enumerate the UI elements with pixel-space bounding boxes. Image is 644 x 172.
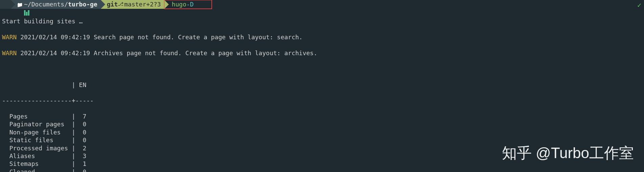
watermark-text: 知乎 @Turbo工作室 — [502, 143, 634, 163]
folder-icon — [17, 0, 24, 8]
warn-label: WARN — [2, 34, 17, 41]
table-header: | EN — [2, 81, 642, 89]
git-label: git — [107, 0, 118, 8]
warn-timestamp: 2021/02/14 09:42:19 — [20, 49, 90, 57]
warn-message: Archives page not found. Create a page w… — [94, 49, 317, 57]
table-separator: -------------------+----- — [2, 96, 642, 104]
os-logo-segment — [0, 0, 11, 9]
svg-rect-2 — [28, 10, 30, 16]
git-segment: git ⎇ master +2 ?3 — [101, 0, 164, 9]
table-row: Cleaned | 0 — [2, 168, 642, 172]
output-warn-2: WARN 2021/02/14 09:42:19 Archives page n… — [2, 49, 642, 57]
blank-line — [2, 65, 642, 73]
warn-label: WARN — [2, 49, 17, 57]
git-ahead: +2 — [146, 0, 154, 8]
path-dir: turbo-ge — [68, 0, 97, 8]
prompt-line-1: ~/Documents/turbo-ge git ⎇ master +2 ?3 … — [0, 0, 644, 9]
warn-timestamp: 2021/02/14 09:42:19 — [20, 34, 90, 41]
command-segment[interactable]: hugo -D — [164, 0, 212, 9]
command-flag: -D — [186, 0, 194, 8]
manjaro-icon — [2, 2, 7, 7]
git-branch: master — [124, 0, 146, 8]
watermark: 知 知乎 @Turbo工作室 — [502, 143, 634, 163]
output-warn-1: WARN 2021/02/14 09:42:19 Search page not… — [2, 33, 642, 41]
warn-message: Search page not found. Create a page wit… — [94, 34, 303, 41]
git-untracked: ?3 — [154, 0, 161, 8]
table-body: Pages | 7 Paginator pages | 0 Non-page f… — [2, 112, 642, 172]
table-row: Pages | 7 — [2, 112, 642, 120]
command-name: hugo — [172, 0, 186, 8]
svg-rect-1 — [26, 12, 28, 16]
branch-icon: ⎇ — [118, 1, 123, 8]
path-segment: ~/Documents/turbo-ge — [11, 0, 101, 9]
output-line: Start building sites … — [2, 17, 642, 25]
svg-rect-0 — [24, 10, 26, 16]
table-row: Paginator pages | 0 — [2, 120, 642, 128]
path-prefix: ~/Documents/ — [24, 0, 68, 8]
status-check-icon: ✓ — [637, 1, 641, 9]
table-row: Non-page files | 0 — [2, 128, 642, 136]
